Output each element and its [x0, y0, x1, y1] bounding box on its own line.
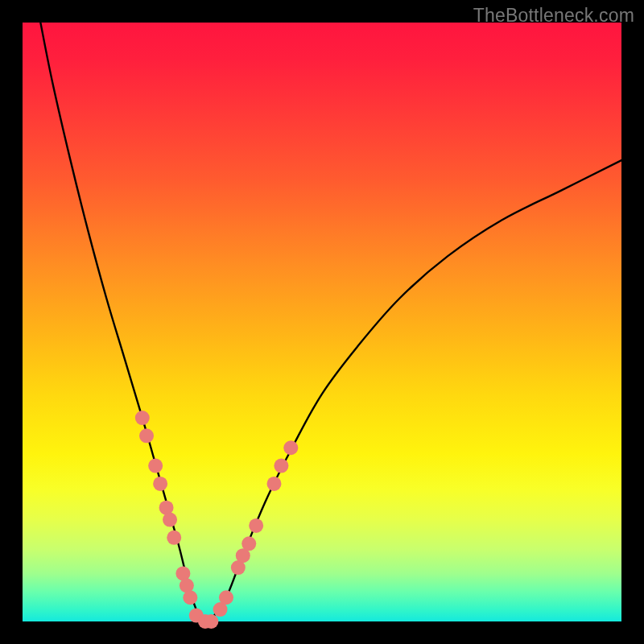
- scatter-dot: [274, 459, 288, 473]
- scatter-dot: [204, 614, 218, 629]
- scatter-dot: [219, 590, 233, 605]
- scatter-dots-group: [135, 411, 299, 629]
- scatter-dot: [249, 518, 263, 533]
- scatter-dot: [163, 513, 177, 527]
- scatter-dot: [153, 477, 167, 491]
- scatter-dot: [242, 536, 256, 551]
- scatter-dot: [283, 440, 298, 455]
- scatter-dot: [183, 590, 197, 605]
- scatter-dot: [139, 428, 154, 443]
- scatter-dot: [167, 530, 181, 545]
- bottleneck-curve-path: [40, 23, 621, 623]
- scatter-dot: [148, 459, 163, 473]
- curve-path-group: [40, 23, 621, 623]
- plot-area: [23, 23, 621, 621]
- bottleneck-curve-svg: [23, 23, 621, 621]
- scatter-dot: [266, 477, 281, 491]
- chart-frame: TheBottleneck.com: [0, 0, 644, 644]
- scatter-dot: [135, 411, 150, 425]
